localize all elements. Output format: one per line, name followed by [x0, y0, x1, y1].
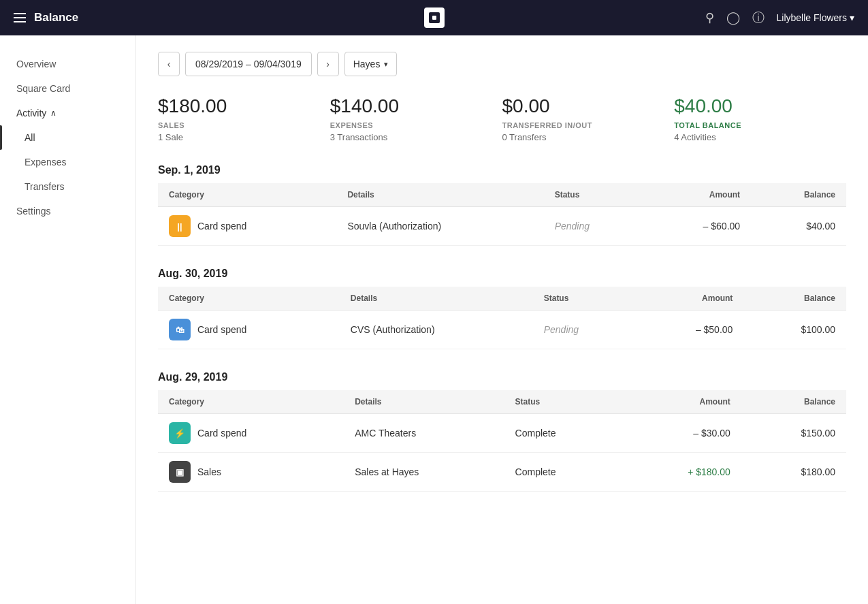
sidebar-section-activity[interactable]: Activity ∧ [0, 101, 135, 125]
user-name: Lilybelle Flowers [777, 12, 847, 23]
expenses-label: EXPENSES [330, 121, 502, 129]
amount-cell: – $30.00 [621, 414, 741, 453]
location-select[interactable]: Hayes ▾ [344, 52, 398, 76]
location-chevron-icon: ▾ [384, 60, 388, 69]
category-cell: ||Card spend [158, 207, 336, 246]
sidebar-item-transfers[interactable]: Transfers [0, 174, 135, 199]
total-label: TOTAL BALANCE [674, 121, 846, 129]
sidebar-item-all[interactable]: All [0, 125, 135, 150]
transferred-amount: $0.00 [502, 95, 675, 117]
col-header-amount: Amount [637, 287, 744, 311]
col-header-balance: Balance [751, 183, 846, 207]
category-label: Sales [197, 466, 221, 477]
main-layout: Overview Square Card Activity ∧ All Expe… [0, 35, 868, 604]
prev-date-button[interactable]: ‹ [158, 52, 180, 76]
category-cell: 🛍Card spend [158, 311, 340, 349]
hamburger-menu-icon[interactable] [14, 13, 26, 22]
details-cell: Souvla (Authorization) [336, 207, 543, 246]
category-icon: ⚡ [169, 422, 191, 444]
balance-cell: $40.00 [751, 207, 846, 246]
section-date-2: Aug. 29, 2019 [158, 371, 846, 383]
status-cell: Pending [544, 207, 645, 246]
activity-table-2: CategoryDetailsStatusAmountBalance⚡Card … [158, 390, 846, 492]
filter-bar: ‹ 08/29/2019 – 09/04/3019 › Hayes ▾ [158, 52, 846, 76]
stat-expenses: $140.00 EXPENSES 3 Transactions [330, 95, 502, 142]
sidebar-item-settings[interactable]: Settings [0, 199, 135, 223]
sidebar-item-square-card[interactable]: Square Card [0, 76, 135, 101]
notification-icon[interactable]: ◯ [726, 10, 740, 25]
section-date-1: Aug. 30, 2019 [158, 268, 846, 280]
balance-cell: $150.00 [741, 414, 846, 453]
expenses-sub: 3 Transactions [330, 132, 502, 142]
status-cell: Pending [533, 311, 637, 349]
sidebar-item-expenses[interactable]: Expenses [0, 150, 135, 174]
main-content: ‹ 08/29/2019 – 09/04/3019 › Hayes ▾ $180… [136, 35, 868, 604]
col-header-status: Status [533, 287, 637, 311]
status-cell: Complete [504, 453, 622, 492]
table-row[interactable]: ▣SalesSales at HayesComplete+ $180.00$18… [158, 453, 846, 492]
col-header-amount: Amount [621, 390, 741, 414]
transferred-sub: 0 Transfers [502, 132, 675, 142]
category-label: Card spend [197, 221, 246, 232]
help-icon[interactable]: ⓘ [752, 10, 765, 26]
date-range-display: 08/29/2019 – 09/04/3019 [185, 52, 312, 76]
col-header-details: Details [336, 183, 543, 207]
sidebar: Overview Square Card Activity ∧ All Expe… [0, 35, 136, 604]
category-label: Card spend [197, 324, 246, 335]
total-amount: $40.00 [674, 95, 846, 117]
col-header-status: Status [544, 183, 645, 207]
activity-sections: Sep. 1, 2019CategoryDetailsStatusAmountB… [158, 164, 846, 492]
details-cell: Sales at Hayes [344, 453, 504, 492]
user-menu[interactable]: Lilybelle Flowers ▾ [777, 12, 854, 23]
col-header-amount: Amount [645, 183, 751, 207]
col-header-details: Details [344, 390, 504, 414]
status-cell: Complete [504, 414, 622, 453]
col-header-balance: Balance [743, 287, 846, 311]
category-cell: ⚡Card spend [158, 414, 344, 453]
details-cell: CVS (Authorization) [340, 311, 533, 349]
sidebar-item-overview[interactable]: Overview [0, 52, 135, 76]
sales-sub: 1 Sale [158, 132, 330, 142]
next-date-button[interactable]: › [317, 52, 339, 76]
col-header-category: Category [158, 287, 340, 311]
category-cell: ▣Sales [158, 453, 344, 492]
section-date-0: Sep. 1, 2019 [158, 164, 846, 176]
stat-total: $40.00 TOTAL BALANCE 4 Activities [674, 95, 846, 142]
user-chevron-icon: ▾ [850, 12, 854, 23]
top-navigation: Balance ⚲ ◯ ⓘ Lilybelle Flowers ▾ [0, 0, 868, 35]
details-cell: AMC Theaters [344, 414, 504, 453]
category-icon: ▣ [169, 461, 191, 483]
col-header-status: Status [504, 390, 622, 414]
activity-chevron-icon: ∧ [50, 108, 57, 118]
activity-table-1: CategoryDetailsStatusAmountBalance🛍Card … [158, 287, 846, 349]
location-label: Hayes [353, 59, 381, 69]
balance-cell: $180.00 [741, 453, 846, 492]
total-sub: 4 Activities [674, 132, 846, 142]
amount-cell: – $50.00 [637, 311, 744, 349]
category-icon: || [169, 215, 191, 237]
col-header-category: Category [158, 390, 344, 414]
table-row[interactable]: ⚡Card spendAMC TheatersComplete– $30.00$… [158, 414, 846, 453]
square-logo [424, 7, 445, 28]
stat-sales: $180.00 SALES 1 Sale [158, 95, 330, 142]
app-title: Balance [34, 11, 78, 25]
amount-cell: – $60.00 [645, 207, 751, 246]
col-header-category: Category [158, 183, 336, 207]
category-label: Card spend [197, 428, 246, 439]
transferred-label: TRANSFERRED IN/OUT [502, 121, 675, 129]
sales-amount: $180.00 [158, 95, 330, 117]
stats-row: $180.00 SALES 1 Sale $140.00 EXPENSES 3 … [158, 95, 846, 142]
stat-transferred: $0.00 TRANSFERRED IN/OUT 0 Transfers [502, 95, 675, 142]
sales-label: SALES [158, 121, 330, 129]
search-icon[interactable]: ⚲ [705, 10, 714, 25]
balance-cell: $100.00 [743, 311, 846, 349]
col-header-details: Details [340, 287, 533, 311]
expenses-amount: $140.00 [330, 95, 502, 117]
col-header-balance: Balance [741, 390, 846, 414]
category-icon: 🛍 [169, 319, 191, 340]
amount-cell: + $180.00 [621, 453, 741, 492]
activity-table-0: CategoryDetailsStatusAmountBalance||Card… [158, 183, 846, 246]
table-row[interactable]: 🛍Card spendCVS (Authorization)Pending– $… [158, 311, 846, 349]
table-row[interactable]: ||Card spendSouvla (Authorization)Pendin… [158, 207, 846, 246]
